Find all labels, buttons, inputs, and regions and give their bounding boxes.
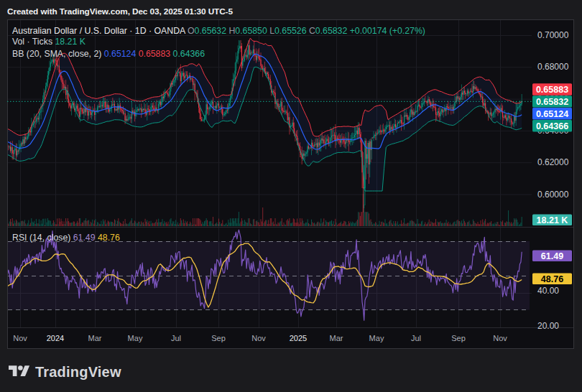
svg-text:0.65124: 0.65124 (536, 109, 568, 119)
svg-text:Created with TradingView.com,: Created with TradingView.com, Dec 03, 20… (7, 6, 233, 17)
svg-text:61.49: 61.49 (541, 251, 563, 261)
svg-text:Jul: Jul (171, 334, 181, 342)
svg-text:20.00: 20.00 (537, 321, 559, 331)
svg-text:0.65883: 0.65883 (536, 85, 568, 95)
svg-text:0.60000: 0.60000 (537, 190, 569, 200)
svg-text:Mar: Mar (330, 334, 343, 342)
svg-text:TradingView: TradingView (35, 364, 121, 380)
svg-text:0.68000: 0.68000 (537, 62, 569, 72)
svg-text:BB (20, SMA, close, 2) 0.6512: BB (20, SMA, close, 2) 0.65124 0.65883 0… (12, 49, 205, 59)
svg-text:0.65832: 0.65832 (536, 97, 568, 107)
svg-text:2025: 2025 (290, 334, 307, 342)
svg-text:Nov: Nov (493, 334, 507, 342)
svg-text:0.64366: 0.64366 (536, 121, 568, 131)
svg-text:Mar: Mar (88, 334, 102, 342)
svg-text:Vol · Ticks 18.21 K: Vol · Ticks 18.21 K (12, 37, 86, 47)
svg-text:18.21 K: 18.21 K (537, 215, 568, 225)
svg-text:48.76: 48.76 (541, 274, 563, 284)
svg-text:RSI (14, close) 61.49 48.76: RSI (14, close) 61.49 48.76 (12, 233, 120, 243)
svg-text:Sep: Sep (211, 334, 226, 342)
svg-text:Sep: Sep (451, 334, 466, 342)
svg-text:Nov: Nov (251, 334, 266, 342)
svg-text:Australian Dollar / U.S. Dolla: Australian Dollar / U.S. Dollar · 1D · O… (12, 26, 425, 36)
svg-text:40.00: 40.00 (537, 286, 559, 296)
svg-text:0.70000: 0.70000 (537, 30, 569, 40)
svg-text:May: May (128, 334, 143, 342)
svg-text:Jul: Jul (411, 334, 421, 342)
svg-text:2024: 2024 (47, 334, 64, 342)
svg-text:Nov: Nov (13, 334, 27, 342)
svg-text:0.62000: 0.62000 (537, 157, 569, 167)
svg-text:May: May (369, 334, 384, 342)
